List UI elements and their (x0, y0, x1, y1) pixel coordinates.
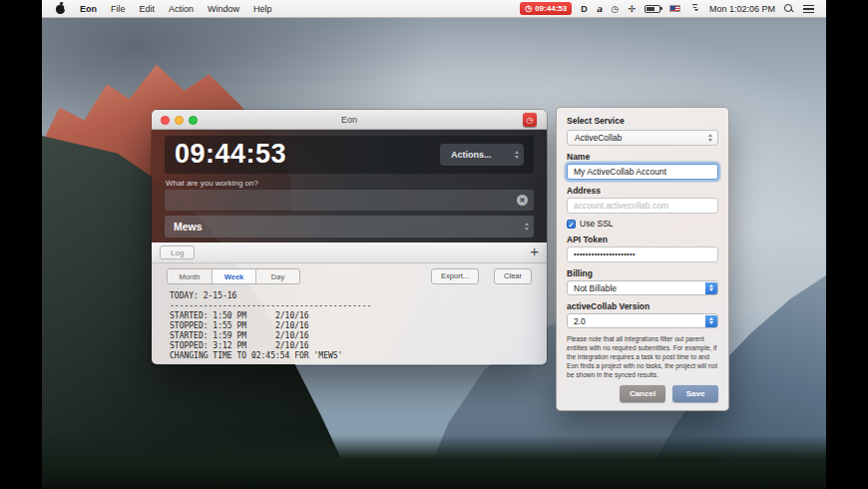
cancel-button[interactable]: Cancel (620, 385, 665, 402)
service-toolbar-button[interactable]: ◷ (523, 113, 537, 127)
notification-center-icon[interactable] (803, 5, 814, 13)
task-input-row: ✕ (165, 190, 534, 211)
segment-month[interactable]: Month (168, 269, 212, 283)
zoom-button[interactable] (189, 116, 198, 125)
title-bar[interactable]: Eon ◷ (152, 110, 547, 130)
billing-value: Not Billable (574, 283, 617, 293)
segment-week[interactable]: Week (212, 269, 255, 283)
chevron-up-down-icon (525, 223, 529, 231)
log-panel: Month Week Day Export... Clear TODAY: 2-… (152, 263, 547, 364)
export-button[interactable]: Export... (431, 268, 479, 284)
wallpaper-forest (42, 435, 826, 489)
service-value: ActiveCollab (575, 133, 622, 143)
add-service-button[interactable]: + (530, 243, 539, 259)
timer-display: 09:44:53 (175, 139, 286, 170)
stepper-icon (705, 282, 717, 294)
clear-button[interactable]: Clear (494, 268, 532, 284)
actions-dropdown[interactable]: Actions... (440, 144, 524, 166)
window-title: Eon (341, 115, 357, 125)
name-label: Name (567, 152, 718, 162)
menu-bar: Eon File Edit Action Window Help ◷ 09:44… (42, 0, 826, 18)
ssl-label: Use SSL (580, 219, 614, 229)
badge-time: 09:44:53 (535, 4, 567, 13)
eon-timer-badge[interactable]: ◷ 09:44:53 (520, 2, 572, 15)
screen-area: Eon File Edit Action Window Help ◷ 09:44… (42, 0, 826, 489)
address-label: Address (567, 186, 718, 196)
spotlight-search-icon[interactable] (784, 4, 794, 14)
log-header-bar: Log + (152, 243, 547, 263)
minimize-button[interactable] (175, 116, 184, 125)
menu-file[interactable]: File (111, 4, 126, 14)
address-field[interactable] (567, 198, 718, 214)
apple-menu-icon[interactable] (56, 3, 66, 14)
menu-action[interactable]: Action (169, 4, 194, 14)
project-dropdown[interactable]: Mews (165, 216, 534, 238)
ssl-row: ✓ Use SSL (567, 219, 718, 229)
api-token-field[interactable] (567, 246, 718, 262)
chevron-up-down-icon (515, 151, 519, 159)
version-value: 2.0 (574, 316, 586, 326)
fan-status-icon[interactable]: ✢ (628, 4, 636, 14)
timer-section: 09:44:53 Actions... What are you working… (152, 130, 547, 243)
integration-note: Please note that all integrations filter… (567, 334, 718, 379)
billing-select[interactable]: Not Billable (567, 280, 718, 295)
version-label: activeCollab Version (567, 301, 718, 311)
popover-buttons: Cancel Save (567, 385, 718, 402)
log-text: TODAY: 2-15-16 -------------------------… (170, 291, 371, 361)
input-source-flag-icon[interactable] (669, 5, 680, 12)
name-field[interactable] (567, 164, 718, 180)
desktop: Eon File Edit Action Window Help ◷ 09:44… (0, 0, 868, 489)
log-controls: Month Week Day Export... Clear (152, 268, 547, 284)
clock-icon: ◷ (527, 116, 534, 125)
window-controls (161, 116, 198, 125)
ssl-checkbox[interactable]: ✓ (567, 220, 576, 229)
stepper-icon (705, 315, 717, 327)
eon-window: Eon ◷ 09:44:53 Actions... What are you w… (152, 110, 547, 365)
clear-input-icon[interactable]: ✕ (517, 195, 528, 206)
wifi-icon[interactable] (689, 4, 700, 13)
menu-edit[interactable]: Edit (140, 4, 156, 14)
close-button[interactable] (161, 116, 170, 125)
menu-help[interactable]: Help (253, 4, 272, 14)
segment-day[interactable]: Day (255, 269, 299, 283)
service-select[interactable]: ActiveCollab (567, 130, 718, 146)
battery-icon[interactable] (645, 5, 660, 13)
period-segmented-control: Month Week Day (167, 268, 300, 284)
menu-window[interactable]: Window (208, 4, 239, 14)
a-status-icon[interactable]: a (597, 4, 603, 14)
menu-bar-clock[interactable]: Mon 1:02:06 PM (709, 4, 775, 14)
timer-card: 09:44:53 Actions... (165, 136, 534, 174)
menu-app[interactable]: Eon (80, 4, 97, 14)
popover-title: Select Service (567, 116, 718, 126)
working-on-label: What are you working on? (166, 179, 258, 188)
time-machine-icon[interactable]: ◷ (612, 4, 620, 14)
chevron-up-down-icon (708, 134, 712, 142)
billing-label: Billing (567, 268, 718, 278)
clock-icon: ◷ (525, 5, 532, 13)
log-tab[interactable]: Log (160, 245, 195, 259)
actions-label: Actions... (451, 150, 492, 160)
api-token-label: API Token (567, 235, 718, 244)
version-select[interactable]: 2.0 (567, 313, 718, 328)
d-status-icon[interactable]: D (581, 4, 588, 14)
project-name: Mews (165, 221, 203, 233)
save-button[interactable]: Save (672, 385, 718, 402)
task-input[interactable] (165, 190, 534, 211)
service-popover: Select Service ActiveCollab Name Address… (556, 107, 729, 411)
